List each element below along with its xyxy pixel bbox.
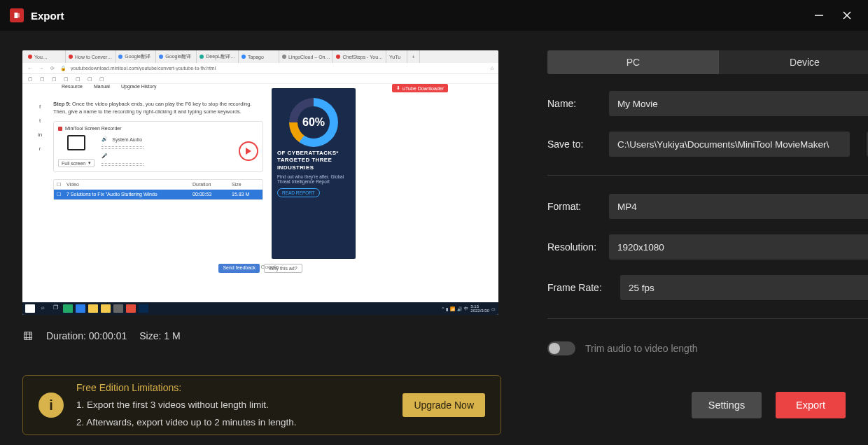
nav-back-icon: ← [27,66,34,71]
browser-tab: LingoCloud – On… [279,50,334,63]
twitter-icon: t [36,118,43,125]
video-preview: You… How to Conver… Google翻译 Google翻译 De… [22,50,498,315]
ad-banner: 60% OF CYBERATTACKS* TARGETED THREE INDU… [272,88,356,259]
download-icon: ⬇ [396,85,400,91]
wifi-icon: 📶 [450,306,455,311]
divider [547,318,868,319]
facebook-icon: f [36,104,43,111]
browser-tab: You… [25,50,66,63]
start-icon [25,304,35,313]
name-label: Name: [547,98,596,109]
url-text: youtubedownload.minitool.com/youtube/con… [71,66,486,71]
resolution-label: Resolution: [547,241,596,253]
window-title: Export [31,10,64,22]
framerate-select[interactable]: 25 fps [620,275,868,300]
edge-icon [76,304,85,313]
saveto-input[interactable]: C:\Users\Yukiya\Documents\MiniTool Movie… [609,132,850,157]
share-column: f t in r [36,88,45,288]
duration-value: 00:00:01 [89,330,127,341]
settings-button[interactable]: Settings [692,392,762,418]
explorer-icon [88,304,98,313]
browser-tab: Tapago [239,50,279,63]
donut-chart: 60% [289,98,338,147]
divider [547,175,868,176]
browser-tab: Google翻译 [156,50,197,63]
bookmarks-bar: ▢▢▢▢▢▢▢ [22,74,498,84]
fullscreen-select: Full screen▾ [58,159,94,167]
browser-tab: Google翻译 [115,50,156,63]
saveto-label: Save to: [547,139,596,150]
limitations-banner: i Free Edition Limitations: 1. Export th… [22,375,501,435]
size-value: 1 M [164,330,180,341]
mic-icon: 🎤 [102,153,108,159]
browser-tab: How to Conver… [66,50,115,63]
target-tabs: PC Device [547,50,868,74]
name-input[interactable]: My Movie [609,91,868,116]
film-icon [22,330,34,341]
minimize-button[interactable] [805,0,833,31]
titlebar: Export [0,0,868,31]
nav-forward-icon: → [38,66,45,71]
trim-audio-toggle[interactable] [547,341,575,355]
framerate-label: Frame Rate: [547,282,608,293]
trim-audio-label: Trim audio to video length [585,343,698,354]
browser-address-bar: ← → ⟳ 🔒 youtubedownload.minitool.com/you… [22,63,498,74]
send-feedback-button: Send feedback [218,264,260,273]
recorder-card: MiniTool Screen Recorder Full screen▾ 🔊S… [53,121,263,172]
file-row: ☐ 7 Solutions to Fix "Audio Stuttering W… [54,190,262,199]
browser-newtab: + [407,50,420,63]
why-ad-button: Why this ad? [264,264,302,273]
info-icon: i [38,393,64,418]
taskview-icon: ❐ [50,304,60,313]
page-nav: Resource Manual Upgrade History [62,84,157,89]
lock-icon: 🔒 [60,66,66,71]
browser-tab: ChefSteps - You… [333,50,386,63]
file-list: ☐ Video Duration Size ☐ 7 Solutions to F… [53,179,263,200]
windows-taskbar: ⌕ ❐ ^ ▮ 📶 🔊 中3:152022/3/30 ▭ [22,302,498,315]
tray-icon: ^ [442,306,444,311]
browser-tab-strip: You… How to Conver… Google翻译 Google翻译 De… [22,50,498,63]
monitor-icon [67,135,85,150]
size-label: Size: [139,330,161,341]
browser-tab: YuTu [386,50,407,63]
chrome-icon [126,304,136,313]
reddit-icon: r [36,146,43,153]
nav-reload-icon: ⟳ [49,66,56,71]
browser-tab: DeepL翻译… [197,50,239,63]
limitations-title: Free Edition Limitations: [76,381,296,395]
limitations-line2: 2. Afterwards, export video up to 2 minu… [76,416,296,430]
resolution-select[interactable]: 1920x1080 [609,234,868,260]
volume-icon: 🔊 [457,306,462,311]
export-button[interactable]: Export [776,392,846,418]
preview-meta: Duration: 00:00:01 Size: 1 M [22,330,523,341]
format-select[interactable]: MP4 [609,194,868,219]
tab-pc[interactable]: PC [547,50,719,74]
article-body: Step 9: Once the video playback ends, yo… [53,88,263,288]
read-report-button: READ REPORT [277,188,320,197]
notifications-icon: ▭ [491,306,496,311]
linkedin-icon: in [36,132,43,139]
record-button [239,141,258,161]
upgrade-button[interactable]: Upgrade Now [402,393,485,417]
downloader-button: ⬇ uTube Downloader [392,84,448,92]
duration-label: Duration: [46,330,86,341]
format-label: Format: [547,201,596,212]
close-button[interactable] [833,0,861,31]
limitations-line1: 1. Export the first 3 videos without len… [76,398,296,412]
tab-device[interactable]: Device [719,50,868,74]
battery-icon: ▮ [446,306,448,311]
app-icon [10,8,24,22]
star-icon: ☆ [490,66,494,71]
speaker-icon: 🔊 [102,136,108,142]
search-icon: ⌕ [38,304,48,313]
